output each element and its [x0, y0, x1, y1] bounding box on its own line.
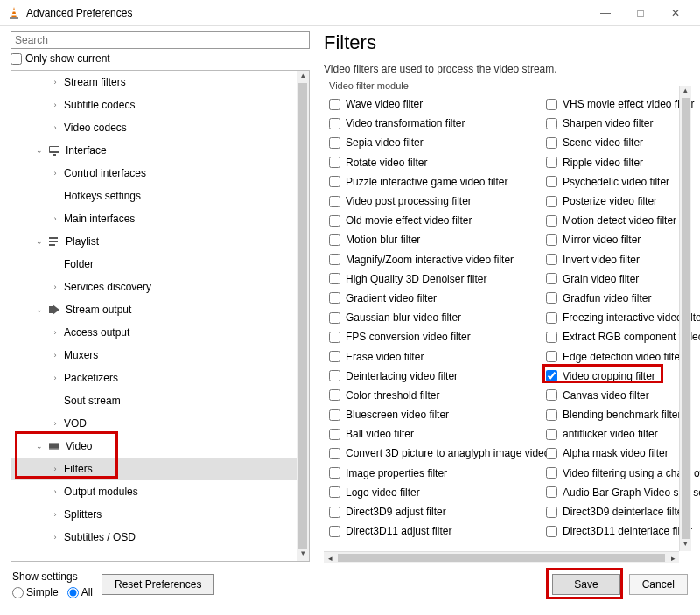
search-input[interactable] — [10, 31, 310, 49]
filter-checkbox[interactable]: Gradfun video filter — [546, 289, 700, 308]
filter-checkbox[interactable]: Invert video filter — [546, 250, 700, 269]
svg-rect-3 — [11, 14, 16, 16]
filters-horizontal-scrollbar[interactable]: ◂ ▸ — [324, 551, 679, 563]
filter-label: Gradfun video filter — [563, 292, 651, 304]
chevron-right-icon: › — [50, 168, 60, 178]
only-show-current-checkbox[interactable]: Only show current — [10, 52, 310, 65]
tree-item-output-modules[interactable]: ›Output modules — [11, 480, 297, 503]
tree-item-filters[interactable]: ›Filters — [11, 458, 297, 480]
filter-checkbox[interactable]: Scene video filter — [546, 133, 700, 152]
filter-checkbox[interactable]: Puzzle interactive game video filter — [329, 172, 546, 192]
filter-checkbox[interactable]: Deinterlacing video filter — [329, 367, 546, 386]
filter-checkbox[interactable]: Gaussian blur video filter — [329, 308, 546, 327]
filter-label: Puzzle interactive game video filter — [346, 176, 508, 188]
filter-checkbox[interactable]: Edge detection video filter — [546, 346, 700, 366]
filter-checkbox[interactable]: Grain video filter — [546, 269, 700, 289]
tree-item-label: Subtitle codecs — [64, 99, 135, 111]
chevron-right-icon: › — [50, 122, 60, 133]
filter-checkbox[interactable]: Video post processing filter — [329, 192, 546, 211]
filter-checkbox[interactable]: Direct3D9 adjust filter — [329, 502, 546, 521]
filter-checkbox[interactable]: Psychedelic video filter — [546, 172, 700, 192]
filter-checkbox[interactable]: Convert 3D picture to anaglyph image vid… — [329, 444, 546, 463]
tree-item-label: Interface — [66, 144, 107, 157]
tree-item-interface[interactable]: ⌄Interface — [11, 139, 297, 162]
tree-item-splitters[interactable]: ›Splitters — [11, 503, 297, 526]
tree-item-sout-stream[interactable]: ›Sout stream — [11, 389, 297, 412]
filter-checkbox[interactable]: Direct3D11 deinterlace filter — [546, 521, 700, 541]
tree-item-vod[interactable]: ›VOD — [11, 412, 297, 435]
chevron-down-icon: ⌄ — [34, 441, 45, 451]
cancel-button[interactable]: Cancel — [629, 574, 688, 595]
close-button[interactable]: ✕ — [658, 1, 693, 25]
radio-simple[interactable]: Simple — [12, 586, 59, 598]
filter-checkbox[interactable]: High Quality 3D Denoiser filter — [329, 269, 546, 289]
reset-preferences-button[interactable]: Reset Preferences — [102, 574, 214, 595]
filter-checkbox[interactable]: Logo video filter — [329, 483, 546, 502]
filter-checkbox[interactable]: Video filtering using a chain of video f… — [546, 464, 700, 483]
filter-checkbox[interactable]: Old movie effect video filter — [329, 211, 546, 230]
tree-item-main-interfaces[interactable]: ›Main interfaces — [11, 207, 297, 230]
save-button[interactable]: Save — [552, 574, 620, 595]
filter-checkbox[interactable]: Video transformation filter — [329, 114, 546, 133]
tree-item-video[interactable]: ⌄Video — [11, 435, 297, 458]
filter-checkbox[interactable]: Bluescreen video filter — [329, 405, 546, 424]
filter-checkbox[interactable]: Freezing interactive video filter — [546, 308, 700, 327]
filter-checkbox[interactable]: Wave video filter — [329, 94, 546, 114]
tree-item-label: Filters — [64, 463, 93, 475]
filter-checkbox[interactable]: Canvas video filter — [546, 386, 700, 405]
filter-checkbox[interactable]: Magnify/Zoom interactive video filter — [329, 250, 546, 269]
tree-item-access-output[interactable]: ›Access output — [11, 321, 297, 344]
filter-checkbox[interactable]: Rotate video filter — [329, 153, 546, 172]
filter-checkbox[interactable]: Extract RGB component video filter — [546, 327, 700, 346]
tree-item-label: Video — [66, 440, 92, 452]
tree-item-subtitle-codecs[interactable]: ›Subtitle codecs — [11, 94, 297, 116]
filters-vertical-scrollbar[interactable]: ▴ ▾ — [679, 86, 691, 551]
filter-checkbox[interactable]: Blending benchmark filter — [546, 405, 700, 424]
filter-checkbox[interactable]: Erase video filter — [329, 346, 546, 366]
svg-rect-8 — [49, 241, 58, 242]
tree-item-hotkeys-settings[interactable]: ›Hotkeys settings — [11, 185, 297, 207]
filter-label: Mirror video filter — [563, 234, 640, 246]
filter-checkbox[interactable]: Direct3D11 adjust filter — [329, 521, 546, 541]
preferences-tree[interactable]: ›Stream filters›Subtitle codecs›Video co… — [11, 71, 297, 561]
filter-label: Ball video filter — [346, 428, 414, 440]
svg-rect-14 — [49, 449, 60, 451]
tree-item-packetizers[interactable]: ›Packetizers — [11, 367, 297, 389]
filter-checkbox[interactable]: Ball video filter — [329, 424, 546, 444]
filter-checkbox[interactable]: Alpha mask video filter — [546, 444, 700, 463]
tree-item-services-discovery[interactable]: ›Services discovery — [11, 276, 297, 298]
filter-checkbox[interactable]: Sharpen video filter — [546, 114, 700, 133]
filter-checkbox[interactable]: Image properties filter — [329, 464, 546, 483]
tree-item-stream-filters[interactable]: ›Stream filters — [11, 71, 297, 94]
minimize-button[interactable]: — — [588, 1, 623, 25]
filter-checkbox[interactable]: Direct3D9 deinterlace filter — [546, 502, 700, 521]
tree-item-stream-output[interactable]: ⌄Stream output — [11, 298, 297, 321]
filter-checkbox[interactable]: Motion detect video filter — [546, 211, 700, 230]
filter-checkbox[interactable]: Video cropping filter — [546, 367, 700, 386]
filter-checkbox[interactable]: Motion blur filter — [329, 230, 546, 249]
maximize-button[interactable]: □ — [623, 1, 658, 25]
filter-checkbox[interactable]: Color threshold filter — [329, 386, 546, 405]
tree-item-muxers[interactable]: ›Muxers — [11, 344, 297, 367]
filter-checkbox[interactable]: FPS conversion video filter — [329, 327, 546, 346]
filter-checkbox[interactable]: antiflicker video filter — [546, 424, 700, 444]
tree-item-label: Stream output — [66, 304, 131, 316]
filter-checkbox[interactable]: Posterize video filter — [546, 192, 700, 211]
tree-item-folder[interactable]: ›Folder — [11, 253, 297, 276]
svg-rect-6 — [52, 154, 56, 156]
radio-all[interactable]: All — [67, 586, 93, 598]
filter-checkbox[interactable]: Gradient video filter — [329, 289, 546, 308]
tree-item-video-codecs[interactable]: ›Video codecs — [11, 116, 297, 139]
filter-checkbox[interactable]: Mirror video filter — [546, 230, 700, 249]
tree-item-playlist[interactable]: ⌄Playlist — [11, 230, 297, 253]
svg-rect-1 — [10, 17, 18, 19]
tree-item-subtitles-osd[interactable]: ›Subtitles / OSD — [11, 526, 297, 549]
filter-label: Image properties filter — [346, 467, 447, 479]
tree-scrollbar[interactable]: ▴ ▾ — [297, 71, 309, 561]
filter-checkbox[interactable]: Ripple video filter — [546, 153, 700, 172]
tree-item-control-interfaces[interactable]: ›Control interfaces — [11, 162, 297, 185]
filter-checkbox[interactable]: Audio Bar Graph Video sub source — [546, 483, 700, 502]
chevron-right-icon: › — [50, 100, 60, 110]
filter-checkbox[interactable]: Sepia video filter — [329, 133, 546, 152]
filter-checkbox[interactable]: VHS movie effect video filter — [546, 94, 700, 114]
